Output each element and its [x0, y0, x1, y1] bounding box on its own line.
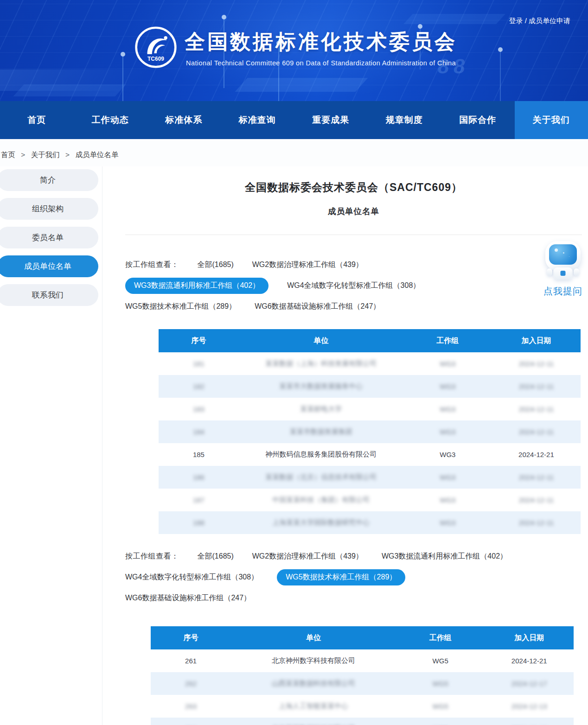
robot-badge [561, 271, 566, 276]
workgroup-filter-chip[interactable]: 全部(1685) [198, 260, 234, 270]
cell-date: 2024-12-11 [492, 489, 581, 511]
workgroup-filter-chip[interactable]: WG3数据流通利用标准工作组（402） [382, 552, 507, 561]
cell-group: WG3 [403, 420, 492, 443]
breadcrumb: 首页 > 关于我们 > 成员单位名单 [0, 139, 588, 166]
cell-group: WG3 [403, 511, 492, 534]
cell-no: 262 [151, 672, 231, 695]
table-row: 261 北京神州数字科技有限公司 WG5 2024-12-21 [151, 649, 574, 672]
member-apply-link[interactable]: 成员单位申请 [529, 17, 570, 25]
column-header-no: 序号 [159, 329, 239, 352]
member-table-wg5: 序号 单位 工作组 加入日期 261 北京神州数字科技有限公司 WG5 2024… [151, 626, 574, 725]
workgroup-filter-chip-label: WG5数据技术标准工作组（289） [125, 302, 236, 310]
nav-item[interactable]: 关于我们 [515, 101, 588, 139]
table-row: 188 上海某某大学国际数据研究中心 WG3 2024-12-11 [159, 511, 581, 534]
nav-item[interactable]: 标准体系 [147, 101, 221, 139]
cell-date: 2024-12-11 [492, 398, 581, 420]
cell-group: WG3 [403, 489, 492, 511]
workgroup-filter-chip[interactable]: WG5数据技术标准工作组（289） [125, 302, 236, 312]
site-subtitle: National Technical Committee 609 on Data… [185, 59, 457, 67]
nav-item-label: 国际合作 [459, 114, 496, 126]
main-panel: 全国数据标委会技术委员会（SAC/TC609） 成员单位名单 按工作组查看： 全… [102, 166, 588, 725]
cell-group: WG5 [396, 718, 485, 725]
breadcrumb-home[interactable]: 首页 [1, 151, 15, 159]
nav-item[interactable]: 标准查询 [221, 101, 294, 139]
cell-group: WG3 [403, 398, 492, 420]
table-row: 184 某某市数据发展集团 WG3 2024-12-11 [159, 420, 581, 443]
workgroup-filter-chip[interactable]: 全部(1685) [198, 552, 234, 561]
cell-date: 2024-12-11 [492, 375, 581, 398]
workgroup-filter-chip-label: WG5数据技术标准工作组（289） [286, 573, 396, 581]
cell-no: 261 [151, 649, 231, 672]
site-banner: 88 登录 / 成员单位申请 TC609 全国数据标准化技术委员会 Nation… [0, 0, 588, 101]
workgroup-filter-chip-label: WG2数据治理标准工作组（439） [252, 552, 363, 560]
sidebar-item[interactable]: 简介 [0, 169, 98, 191]
cell-group: WG5 [396, 695, 485, 718]
workgroup-filter-chip[interactable]: WG2数据治理标准工作组（439） [252, 260, 363, 270]
nav-item[interactable]: 规章制度 [368, 101, 441, 139]
nav-item[interactable]: 首页 [0, 101, 74, 139]
workgroup-filter-chip-label: WG3数据流通利用标准工作组（402） [382, 552, 507, 560]
nav-item[interactable]: 工作动态 [74, 101, 147, 139]
nav-item[interactable]: 国际合作 [441, 101, 515, 139]
cell-date: 2024-12-21 [485, 649, 574, 672]
workgroup-filter-chip[interactable]: WG2数据治理标准工作组（439） [252, 552, 363, 561]
table-row: 187 中国某某科技（集团）有限公司 WG3 2024-12-11 [159, 489, 581, 511]
filter-label: 按工作组查看： [125, 552, 179, 561]
main-nav: 首页 工作动态 标准体系 标准查询 重要成果 规章制度 国际合作 [0, 101, 588, 139]
sidebar-item-label: 组织架构 [32, 204, 64, 214]
workgroup-filter-2: 按工作组查看： 全部(1685) WG2数据治理标准工作组（439） WG3数据… [125, 552, 524, 603]
cell-date: 2024-12-21 [492, 443, 581, 466]
cell-no: 181 [159, 352, 239, 375]
cell-no: 188 [159, 511, 239, 534]
workgroup-filter-chip[interactable]: WG5数据技术标准工作组（289） [277, 569, 405, 585]
sidebar-item[interactable]: 组织架构 [0, 198, 98, 220]
banner-decoration [13, 84, 126, 96]
sidebar-item[interactable]: 成员单位名单 [0, 255, 98, 277]
tc609-logo-icon: TC609 [134, 26, 177, 69]
page-title: 全国数据标委会技术委员会（SAC/TC609） [125, 180, 582, 195]
workgroup-filter-chip[interactable]: WG3数据流通利用标准工作组（402） [125, 278, 268, 294]
cell-date: 2024-12-13 [485, 718, 574, 725]
title-divider [125, 235, 582, 235]
cell-no: 182 [159, 375, 239, 398]
workgroup-filter-chip[interactable]: WG6数据基础设施标准工作组（247） [255, 302, 380, 312]
page: 88 登录 / 成员单位申请 TC609 全国数据标准化技术委员会 Nation… [0, 0, 588, 725]
nav-item[interactable]: 重要成果 [294, 101, 368, 139]
cell-group: WG3 [403, 466, 492, 489]
cell-unit: 某某数据（北京）信息技术有限公司 [239, 466, 403, 489]
column-header-group: 工作组 [396, 626, 485, 649]
cell-group: WG3 [403, 352, 492, 375]
banner-decoration [403, 14, 505, 24]
workgroup-filter-chip-label: WG3数据流通利用标准工作组（402） [134, 281, 260, 289]
nav-item-label: 首页 [27, 114, 46, 126]
cell-date: 2024-12-11 [492, 352, 581, 375]
breadcrumb-separator: > [65, 151, 70, 159]
sidebar-item[interactable]: 联系我们 [0, 284, 98, 306]
cell-group: WG3 [403, 443, 492, 466]
nav-item-label: 重要成果 [312, 114, 349, 126]
sidebar-item[interactable]: 委员名单 [0, 227, 98, 248]
filter-label: 按工作组查看： [125, 260, 179, 270]
workgroup-filter-chip[interactable]: WG4全域数字化转型标准工作组（308） [287, 281, 420, 291]
cell-unit: 北京神州数字科技有限公司 [231, 649, 396, 672]
workgroup-filter-chip-label: WG2数据治理标准工作组（439） [252, 261, 363, 268]
login-link[interactable]: 登录 [509, 17, 523, 25]
login-divider: / [525, 17, 529, 25]
workgroup-filter-chip-label: WG6数据基础设施标准工作组（247） [255, 302, 380, 310]
workgroup-filter-chip[interactable]: WG4全域数字化转型标准工作组（308） [125, 572, 258, 582]
nav-item-label: 标准体系 [165, 114, 202, 126]
cell-unit: 某某市大数据发展服务中心 [239, 375, 403, 398]
cell-group: WG5 [396, 672, 485, 695]
sidebar-item-label: 联系我们 [32, 290, 64, 300]
site-title: 全国数据标准化技术委员会 [185, 28, 457, 56]
assistant-widget[interactable]: 点我提问 [541, 241, 585, 298]
banner-decoration [235, 78, 368, 92]
robot-face [549, 244, 577, 265]
cell-unit: 某某市数据发展集团 [239, 420, 403, 443]
cell-date: 2024-12-13 [485, 695, 574, 718]
breadcrumb-about[interactable]: 关于我们 [31, 151, 60, 159]
workgroup-filter-chip[interactable]: WG6数据基础设施标准工作组（247） [125, 593, 251, 603]
cell-group: WG3 [403, 375, 492, 398]
cell-unit: 山西某某数据科技有限公司 [231, 672, 396, 695]
workgroup-filter-chip-label: WG6数据基础设施标准工作组（247） [125, 594, 251, 602]
